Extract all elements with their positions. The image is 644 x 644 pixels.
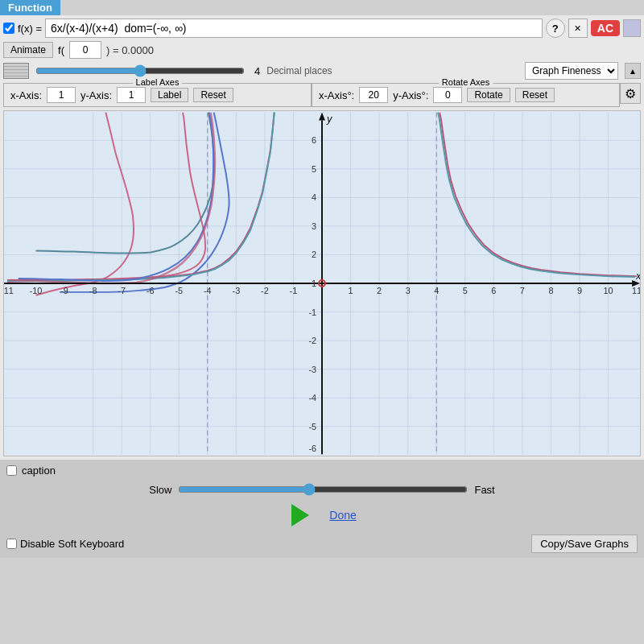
function-checkbox[interactable] [3,23,14,34]
rotate-axes-title: Rotate Axes [439,77,493,87]
speed-slider[interactable] [178,483,468,496]
bottom-section: caption Slow Fast Done Disable Soft Keyb… [0,460,644,558]
rotate-button[interactable]: Rotate [467,88,510,102]
svg-text:-6: -6 [147,286,155,295]
svg-text:3: 3 [406,286,411,295]
svg-text:-11: -11 [4,286,14,295]
ac-button[interactable]: AC [591,20,620,36]
x-axis-input[interactable] [47,87,76,103]
svg-text:5: 5 [312,164,316,174]
animate-button[interactable]: Animate [3,42,53,58]
svg-text:8: 8 [548,286,553,295]
svg-text:1: 1 [312,279,316,288]
svg-text:4: 4 [312,192,316,202]
svg-text:-3: -3 [233,286,241,295]
svg-text:3: 3 [312,221,316,231]
gear-button[interactable]: ⚙ [620,83,641,104]
rotate-x-label: x-Axis°: [319,89,354,101]
caption-label: caption [22,464,56,477]
caption-checkbox[interactable] [6,465,17,476]
svg-text:11: 11 [632,286,640,295]
graph-area[interactable]: x y -11 -10 -9 -8 -7 -6 -5 -4 -3 -2 -1 1… [3,110,641,456]
rotate-y-label: y-Axis°: [393,89,428,101]
clear-icon: ✕ [574,23,581,34]
animate-input[interactable] [69,41,101,59]
x-axis-label: x-Axis: [10,89,42,101]
triangle-button[interactable]: ▲ [625,63,641,79]
svg-text:1: 1 [349,286,353,295]
svg-text:-4: -4 [204,286,212,295]
svg-text:-6: -6 [308,444,316,453]
label-axes-title: Label Axes [133,77,183,87]
slow-label: Slow [149,484,171,496]
f-equals: ) = 0.0000 [106,44,154,56]
function-input[interactable] [45,19,543,38]
svg-text:9: 9 [577,286,582,295]
svg-text:4: 4 [434,286,439,295]
decimal-slider[interactable] [35,64,245,77]
disable-kb-text: Disable Soft Keyboard [20,538,124,550]
svg-text:2: 2 [312,250,316,259]
rotate-x-input[interactable] [359,87,388,103]
f-prefix: f( [58,44,64,56]
svg-text:-10: -10 [30,286,43,295]
menu-button[interactable] [623,19,641,37]
keyboard-icon [3,63,29,79]
play-triangle-icon [291,504,309,526]
graph-fineness-select[interactable]: Graph Fineness [525,62,618,80]
svg-text:-5: -5 [308,422,316,431]
svg-text:-3: -3 [308,365,316,374]
graph-svg: x y -11 -10 -9 -8 -7 -6 -5 -4 -3 -2 -1 1… [4,111,640,456]
disable-kb-checkbox[interactable] [6,539,17,549]
function-label: f(x) = [18,23,42,35]
play-button[interactable] [287,502,313,528]
svg-text:10: 10 [603,286,613,295]
rotate-y-input[interactable] [433,87,462,103]
disable-kb-label[interactable]: Disable Soft Keyboard [6,538,124,550]
decimal-number: 4 [254,65,260,77]
fast-label: Fast [474,484,494,496]
svg-text:-2: -2 [308,336,316,345]
y-axis-label: y-Axis: [80,89,112,101]
svg-text:-9: -9 [60,286,68,295]
label-reset-button[interactable]: Reset [193,88,233,102]
done-button[interactable]: Done [329,509,356,522]
svg-text:2: 2 [377,286,382,295]
label-axes-box: Label Axes x-Axis: y-Axis: Label Reset [3,83,312,107]
decimal-label: Decimal places [266,65,332,76]
label-button[interactable]: Label [151,88,188,102]
svg-text:-4: -4 [308,393,316,402]
svg-text:6: 6 [491,286,496,295]
svg-text:7: 7 [520,286,525,295]
function-tab[interactable]: Function [0,0,60,15]
svg-text:-1: -1 [308,308,316,317]
svg-text:6: 6 [312,135,316,145]
rotate-axes-box: Rotate Axes x-Axis°: y-Axis°: Rotate Res… [312,83,620,107]
rotate-reset-button[interactable]: Reset [515,88,555,102]
clear-button[interactable]: ✕ [568,19,588,38]
svg-text:-1: -1 [290,286,298,295]
help-button[interactable]: ? [546,19,565,38]
svg-text:-7: -7 [118,286,126,295]
svg-text:5: 5 [463,286,468,295]
tab-label: Function [8,2,52,14]
x-axis-text: x [635,270,640,282]
svg-text:-2: -2 [261,286,269,295]
svg-text:-5: -5 [175,286,183,295]
svg-text:-8: -8 [89,286,97,295]
y-axis-input[interactable] [117,87,146,103]
copy-save-button[interactable]: Copy/Save Graphs [531,535,638,553]
